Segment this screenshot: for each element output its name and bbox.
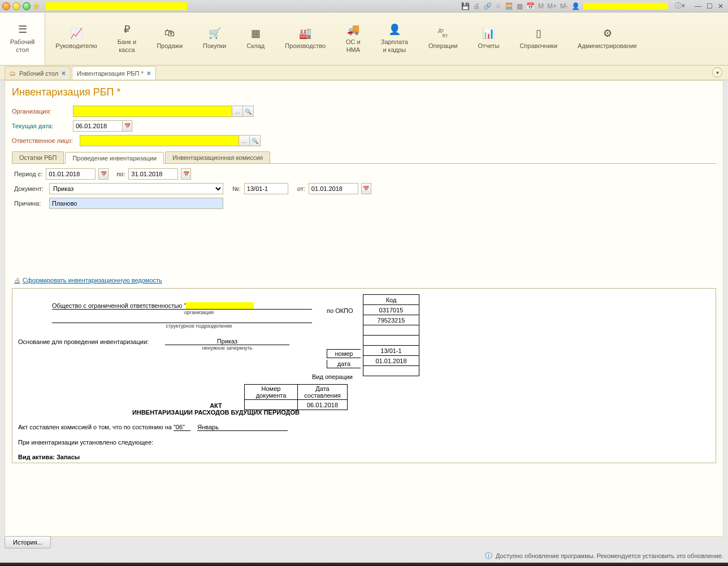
chart-icon: 📈 (70, 28, 83, 39)
doc-label: Документ: (14, 185, 46, 192)
rpt-line2: При инвентаризации установлено следующее… (18, 439, 710, 446)
bars-icon: 📊 (482, 28, 495, 39)
tb-admin[interactable]: ⚙Администрирование (567, 12, 647, 65)
from-date-cal[interactable]: 📅 (361, 183, 371, 194)
rpt-act1: АКТ (18, 402, 414, 409)
tab-close-icon[interactable]: × (62, 69, 66, 77)
star2-icon[interactable]: ☆ (495, 2, 501, 10)
tab-close-icon[interactable]: × (147, 69, 151, 77)
org-search-button[interactable]: 🔍 (242, 106, 254, 117)
mplus-icon[interactable]: M+ (547, 2, 557, 10)
tb-warehouse[interactable]: ▦Склад (236, 12, 275, 65)
tab-label: Инвентаризация РБП * (77, 70, 144, 77)
report-scroll[interactable]: Общество с ограниченной ответственностью… (12, 289, 716, 463)
nav-fwd-icon[interactable] (23, 2, 31, 10)
tab-desktop[interactable]: 🗂 Рабочий стол × (5, 66, 71, 80)
gear-icon: ⚙ (603, 28, 612, 39)
rpt-code-hdr: Код (363, 295, 419, 305)
doc-select[interactable]: Приказ (49, 183, 223, 194)
reason-label: Причина: (14, 200, 46, 207)
info-icon[interactable]: ⓘ▾ (675, 1, 685, 11)
tb-bank[interactable]: ₽Банк и касса (107, 12, 146, 65)
curdate-input[interactable] (73, 120, 123, 132)
ruble-icon: ₽ (124, 24, 130, 35)
titlebar: ★ 💾 🖨 🔗 ☆ 🧮 ▦ 📅 M M+ M- 👤 ⓘ▾ — ☐ ✕ (0, 0, 728, 12)
person-icon: 👤 (388, 24, 401, 35)
truck-icon: 🚚 (347, 24, 359, 35)
resp-ellipsis-button[interactable]: … (239, 135, 250, 146)
status-message: Доступно обновление программы. Рекоменду… (496, 552, 723, 559)
rpt-org-caption: организация (52, 310, 346, 315)
grid-icon[interactable]: ▦ (517, 2, 523, 10)
rpt-line1-day: "06" (174, 424, 190, 431)
maximize-button[interactable]: ☐ (704, 2, 714, 10)
period-from-cal[interactable]: 📅 (98, 168, 109, 180)
rpt-subdiv-caption: структурное подразделение (52, 323, 346, 329)
subtab-inventory[interactable]: Проведение инвентаризации (65, 152, 164, 164)
tb-catalogs[interactable]: ▯Справочники (509, 12, 567, 65)
m-icon[interactable]: M (538, 2, 544, 10)
tb-purchases[interactable]: 🛒Покупки (193, 12, 236, 65)
curdate-cal-button[interactable]: 📅 (122, 120, 132, 132)
print-small-icon: 🖨 (14, 277, 20, 284)
close-button[interactable]: ✕ (716, 2, 726, 10)
rpt-okpo-label: по ОКПО (327, 307, 353, 314)
page-title: Инвентаризация РБП * (12, 86, 716, 98)
period-to-cal[interactable]: 📅 (181, 168, 191, 180)
tabs-dropdown[interactable]: ▾ (712, 67, 722, 77)
tb-sales[interactable]: 🛍Продажи (146, 12, 193, 65)
tb-salary[interactable]: 👤Зарплата и кадры (371, 12, 418, 65)
cart-icon: 🛒 (209, 28, 221, 39)
rpt-basis-label: Основание для проведения инвентаризации: (18, 338, 165, 345)
calc-icon[interactable]: 🧮 (505, 2, 513, 10)
from-label: от: (297, 185, 305, 192)
print-icon[interactable]: 🖨 (473, 2, 480, 10)
rpt-org-redact (186, 302, 254, 309)
form-report-link[interactable]: 🖨 Сформировать инвентаризационную ведомо… (14, 277, 716, 284)
org-ellipsis-button[interactable]: … (232, 106, 243, 117)
period-to-label: по: (116, 171, 125, 177)
info-status-icon: ⓘ (485, 551, 492, 561)
rpt-org-prefix: Общество с ограниченной ответственностью… (52, 302, 186, 309)
link-icon[interactable]: 🔗 (483, 2, 492, 10)
grid-icon: ▦ (251, 28, 261, 39)
org-input[interactable] (73, 106, 232, 117)
resp-label: Ответственное лицо: (12, 137, 80, 144)
tb-assets[interactable]: 🚚ОС и НМА (336, 12, 371, 65)
nav-back-icon[interactable] (12, 2, 20, 10)
curdate-label: Текущая дата: (12, 123, 73, 129)
tb-reports[interactable]: 📊Отчеты (467, 12, 509, 65)
resp-input[interactable] (80, 135, 239, 146)
rpt-line1a: Акт составлен комиссией о том, что по со… (18, 424, 174, 430)
mminus-icon[interactable]: M- (560, 2, 568, 10)
save-icon[interactable]: 💾 (461, 2, 470, 10)
dtkt-icon: Дт Кт (438, 28, 448, 39)
resp-search-button[interactable]: 🔍 (249, 135, 261, 146)
desktop-tab-icon: 🗂 (10, 70, 16, 77)
favorite-icon[interactable]: ★ (33, 2, 40, 11)
sub-tabs: Остатки РБП Проведение инвентаризации Ин… (12, 151, 716, 164)
reason-input[interactable] (49, 198, 223, 209)
subtab-balances[interactable]: Остатки РБП (12, 151, 64, 163)
tb-desktop[interactable]: ☰Рабочий стол (0, 12, 45, 65)
num-input[interactable] (244, 183, 288, 194)
calendar-icon[interactable]: 📅 (526, 2, 535, 10)
minimize-button[interactable]: — (693, 2, 703, 10)
tab-inventory[interactable]: Инвентаризация РБП * × (72, 66, 156, 80)
user-icon[interactable]: 👤 (571, 2, 580, 10)
rpt-asset-type: Вид актива: Запасы (18, 454, 710, 460)
report-preview: Общество с ограниченной ответственностью… (12, 288, 716, 463)
title-redacted (46, 2, 187, 10)
subtab-commission[interactable]: Инвентаризационная комиссия (165, 151, 270, 163)
period-to-input[interactable] (128, 168, 178, 180)
rpt-date-label: дата (327, 360, 361, 368)
bag-icon: 🛍 (164, 28, 175, 39)
history-button[interactable]: История... (5, 536, 51, 548)
tb-production[interactable]: 🏭Производство (275, 12, 336, 65)
tb-operations[interactable]: Дт КтОперации (418, 12, 467, 65)
rpt-act2: ИНВЕНТАРИЗАЦИИ РАСХОДОВ БУДУЩИХ ПЕРИОДОВ (18, 409, 414, 416)
period-from-input[interactable] (46, 168, 96, 180)
tb-manager[interactable]: 📈Руководителю (45, 12, 107, 65)
rpt-code-val: 0317015 (363, 305, 419, 315)
from-date-input[interactable] (309, 183, 358, 194)
